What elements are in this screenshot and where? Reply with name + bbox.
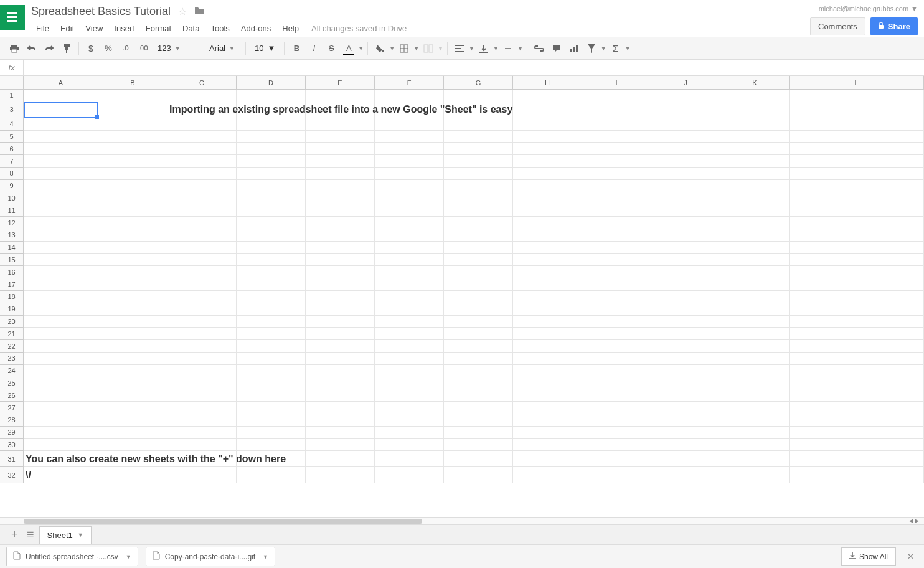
- cell[interactable]: [24, 328, 98, 340]
- cell[interactable]: [167, 439, 237, 452]
- strikethrough-icon[interactable]: S: [323, 40, 339, 57]
- undo-icon[interactable]: [24, 40, 40, 57]
- row-header[interactable]: 24: [0, 365, 24, 377]
- cell[interactable]: [98, 303, 167, 316]
- cell[interactable]: [167, 303, 237, 316]
- col-header-H[interactable]: H: [513, 76, 582, 89]
- cell[interactable]: [167, 131, 237, 143]
- cell[interactable]: [720, 118, 790, 131]
- cell[interactable]: [375, 439, 444, 452]
- cell[interactable]: [306, 278, 375, 291]
- chevron-down-icon[interactable]: ▼: [413, 45, 419, 52]
- row-header[interactable]: 13: [0, 229, 24, 242]
- cell[interactable]: [167, 118, 237, 131]
- cell[interactable]: [582, 467, 651, 483]
- cell[interactable]: [444, 278, 513, 291]
- cell[interactable]: [720, 353, 790, 365]
- cell[interactable]: [98, 291, 167, 303]
- cell[interactable]: [582, 192, 651, 205]
- scrollbar-thumb[interactable]: [24, 519, 422, 524]
- cell[interactable]: [375, 242, 444, 254]
- col-header-C[interactable]: C: [167, 76, 237, 89]
- cell[interactable]: [582, 204, 651, 217]
- chevron-down-icon[interactable]: ▼: [126, 554, 131, 560]
- cell[interactable]: [513, 204, 582, 217]
- all-sheets-icon[interactable]: ☰: [27, 530, 34, 539]
- show-all-downloads-button[interactable]: Show All: [841, 547, 896, 566]
- grid-body[interactable]: 13Importing an existing spreadsheet file…: [0, 90, 924, 517]
- borders-icon[interactable]: [396, 40, 412, 57]
- cell[interactable]: [237, 143, 306, 155]
- cell[interactable]: [306, 340, 375, 353]
- cell[interactable]: [720, 143, 790, 155]
- cell[interactable]: [306, 451, 375, 467]
- cell[interactable]: [790, 278, 924, 291]
- row-header[interactable]: 23: [0, 353, 24, 365]
- scroll-right-icon[interactable]: ▶: [915, 518, 919, 524]
- cell[interactable]: [720, 439, 790, 452]
- cell[interactable]: [306, 365, 375, 377]
- cell[interactable]: [582, 389, 651, 402]
- cell[interactable]: [306, 402, 375, 414]
- cell[interactable]: [24, 316, 98, 328]
- menu-tools[interactable]: Tools: [205, 22, 234, 35]
- cell[interactable]: [24, 365, 98, 377]
- row-header[interactable]: 28: [0, 414, 24, 427]
- cell[interactable]: [24, 217, 98, 229]
- cell[interactable]: [24, 204, 98, 217]
- cell[interactable]: [375, 451, 444, 467]
- row-header[interactable]: 12: [0, 217, 24, 229]
- cell[interactable]: [651, 451, 720, 467]
- cell[interactable]: [306, 90, 375, 102]
- cell[interactable]: [790, 389, 924, 402]
- cell[interactable]: [790, 365, 924, 377]
- cell[interactable]: [375, 217, 444, 229]
- cell[interactable]: [582, 180, 651, 192]
- cell[interactable]: [237, 439, 306, 452]
- select-all-corner[interactable]: [0, 76, 24, 89]
- cell[interactable]: [720, 389, 790, 402]
- cell[interactable]: [444, 254, 513, 267]
- cell[interactable]: [790, 90, 924, 102]
- cell[interactable]: [24, 118, 98, 131]
- cell[interactable]: [651, 365, 720, 377]
- cell[interactable]: [444, 155, 513, 168]
- cell[interactable]: [98, 467, 167, 483]
- cell[interactable]: [444, 303, 513, 316]
- cell[interactable]: [98, 90, 167, 102]
- cell[interactable]: [651, 439, 720, 452]
- chevron-down-icon[interactable]: ▼: [469, 45, 474, 52]
- text-color-icon[interactable]: A: [341, 40, 357, 57]
- cell[interactable]: [237, 155, 306, 168]
- cell[interactable]: [375, 402, 444, 414]
- cell[interactable]: [651, 467, 720, 483]
- cell[interactable]: [720, 229, 790, 242]
- cell[interactable]: [98, 451, 167, 467]
- cell[interactable]: [513, 155, 582, 168]
- cell[interactable]: [513, 254, 582, 267]
- cell[interactable]: [24, 192, 98, 205]
- cell[interactable]: [167, 328, 237, 340]
- cell[interactable]: [444, 402, 513, 414]
- chevron-down-icon[interactable]: ▼: [493, 45, 499, 52]
- cell[interactable]: [582, 242, 651, 254]
- cell[interactable]: [790, 155, 924, 168]
- cell[interactable]: [98, 365, 167, 377]
- cell[interactable]: [582, 402, 651, 414]
- cell[interactable]: [720, 451, 790, 467]
- cell[interactable]: [720, 155, 790, 168]
- cell[interactable]: [651, 389, 720, 402]
- cell[interactable]: [790, 168, 924, 180]
- cell[interactable]: [651, 180, 720, 192]
- row-header[interactable]: 16: [0, 266, 24, 278]
- cell[interactable]: [306, 217, 375, 229]
- cell[interactable]: [582, 353, 651, 365]
- cell[interactable]: [582, 439, 651, 452]
- cell[interactable]: [167, 467, 237, 483]
- cell[interactable]: [444, 90, 513, 102]
- cell[interactable]: [582, 316, 651, 328]
- cell[interactable]: [582, 155, 651, 168]
- cell[interactable]: [582, 340, 651, 353]
- cell[interactable]: [375, 414, 444, 427]
- cell[interactable]: [98, 266, 167, 278]
